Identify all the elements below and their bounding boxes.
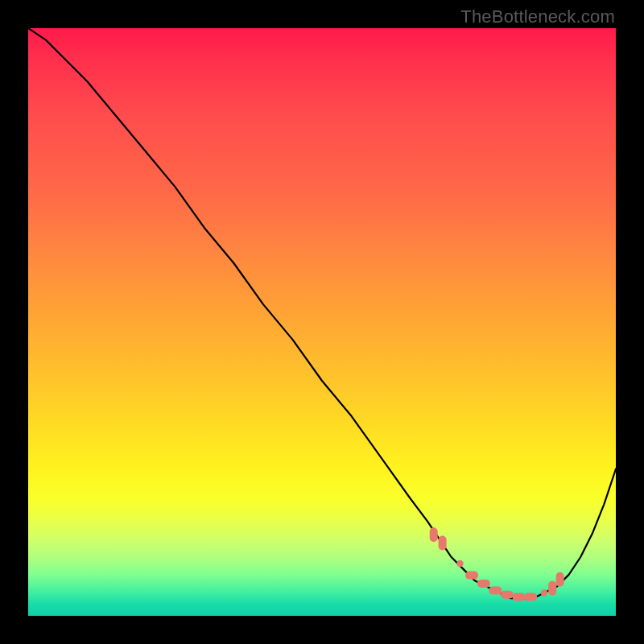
marker [439, 536, 447, 551]
chart-container: TheBottleneck.com [0, 0, 644, 644]
marker [524, 593, 537, 601]
plot-area [28, 28, 616, 616]
watermark-text: TheBottleneck.com [460, 6, 615, 27]
bottleneck-curve [28, 28, 616, 598]
marker [548, 581, 556, 596]
marker [477, 580, 490, 588]
optimal-range-markers [430, 527, 564, 601]
marker [465, 572, 478, 580]
marker [430, 527, 438, 542]
marker [501, 591, 514, 599]
marker [456, 560, 463, 567]
marker [541, 589, 547, 596]
marker [556, 572, 564, 587]
marker [489, 587, 502, 595]
marker [513, 593, 526, 601]
chart-svg [28, 28, 616, 616]
